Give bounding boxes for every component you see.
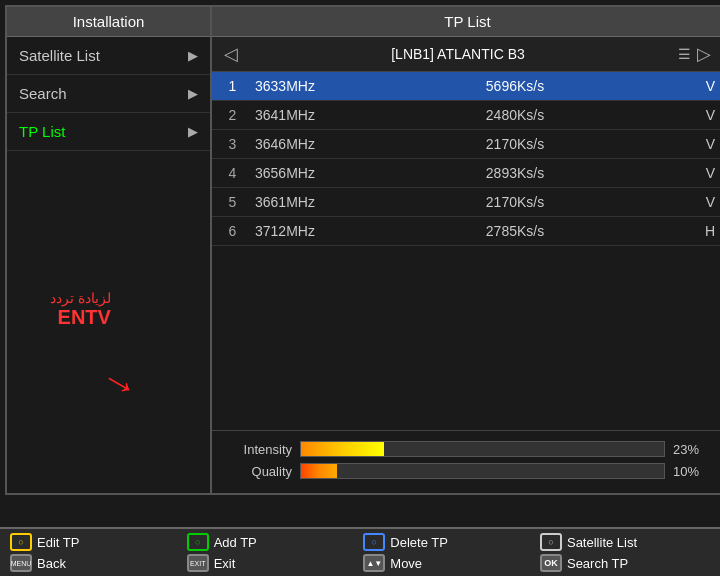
sidebar-header: Installation xyxy=(7,7,210,37)
row-sym: 5696Ks/s xyxy=(345,78,685,94)
tp-list-title: TP List xyxy=(212,7,720,37)
sidebar-item-label: Search xyxy=(19,85,67,102)
row-num: 3 xyxy=(220,136,245,152)
exit-icon: EXIT xyxy=(187,554,209,572)
list-icon: ☰ xyxy=(678,46,691,62)
brand-text: ENTV xyxy=(50,306,111,329)
row-sym: 2893Ks/s xyxy=(345,165,685,181)
bottom-row-2: MENU Back EXIT Exit ▲▼ Move OK Search TP xyxy=(10,554,710,572)
menu-icon: MENU xyxy=(10,554,32,572)
signal-section: Intensity 23% Quality 10% xyxy=(212,430,720,493)
add-tp-label: Add TP xyxy=(214,535,257,550)
quality-row: Quality 10% xyxy=(227,463,708,479)
green-circle-icon: ○ xyxy=(187,533,209,551)
arabic-text: لزيادة تردد xyxy=(50,290,111,306)
nav-right-arrow[interactable]: ▷ xyxy=(697,43,711,65)
move-label: Move xyxy=(390,556,422,571)
sidebar-item-label: TP List xyxy=(19,123,65,140)
quality-percent: 10% xyxy=(673,464,708,479)
row-sym: 2170Ks/s xyxy=(345,136,685,152)
row-pol: V xyxy=(685,136,715,152)
back-button[interactable]: MENU Back xyxy=(10,554,180,572)
satellite-name: [LNB1] ATLANTIC B3 xyxy=(391,46,525,62)
row-freq: 3646MHz xyxy=(245,136,345,152)
satellite-nav: ◁ [LNB1] ATLANTIC B3 ☰ ▷ xyxy=(212,37,720,72)
move-button[interactable]: ▲▼ Move xyxy=(363,554,533,572)
nav-left-arrow[interactable]: ◁ xyxy=(224,43,238,65)
table-row[interactable]: 6 3712MHz 2785Ks/s H xyxy=(212,217,720,246)
row-num: 1 xyxy=(220,78,245,94)
intensity-percent: 23% xyxy=(673,442,708,457)
arrow-icon: ▶ xyxy=(188,124,198,139)
row-num: 6 xyxy=(220,223,245,239)
exit-button[interactable]: EXIT Exit xyxy=(187,554,357,572)
table-row[interactable]: 3 3646MHz 2170Ks/s V xyxy=(212,130,720,159)
bottom-row-1: ○ Edit TP ○ Add TP ○ Delete TP ○ Satelli… xyxy=(10,533,710,551)
quality-fill xyxy=(301,464,337,478)
row-pol: V xyxy=(685,194,715,210)
arabic-overlay: لزيادة تردد ENTV xyxy=(50,290,111,329)
blue-circle-icon: ○ xyxy=(363,533,385,551)
back-label: Back xyxy=(37,556,66,571)
satellite-list-button[interactable]: ○ Satellite List xyxy=(540,533,710,551)
sidebar-item-label: Satellite List xyxy=(19,47,100,64)
arrow-icon: ▶ xyxy=(188,48,198,63)
search-tp-button[interactable]: OK Search TP xyxy=(540,554,710,572)
exit-label: Exit xyxy=(214,556,236,571)
tp-table: 1 3633MHz 5696Ks/s V 2 3641MHz 2480Ks/s … xyxy=(212,72,720,430)
bottom-bar: ○ Edit TP ○ Add TP ○ Delete TP ○ Satelli… xyxy=(0,527,720,576)
intensity-label: Intensity xyxy=(227,442,292,457)
arrow-icon: ▶ xyxy=(188,86,198,101)
nav-right-group: ☰ ▷ xyxy=(678,43,711,65)
intensity-fill xyxy=(301,442,384,456)
ok-icon: OK xyxy=(540,554,562,572)
row-pol: V xyxy=(685,78,715,94)
row-freq: 3633MHz xyxy=(245,78,345,94)
edit-tp-label: Edit TP xyxy=(37,535,79,550)
row-sym: 2785Ks/s xyxy=(345,223,685,239)
quality-label: Quality xyxy=(227,464,292,479)
row-freq: 3641MHz xyxy=(245,107,345,123)
yellow-circle-icon: ○ xyxy=(10,533,32,551)
intensity-bar xyxy=(300,441,665,457)
white-circle-icon: ○ xyxy=(540,533,562,551)
av-icon: ▲▼ xyxy=(363,554,385,572)
row-freq: 3661MHz xyxy=(245,194,345,210)
row-pol: V xyxy=(685,165,715,181)
row-freq: 3712MHz xyxy=(245,223,345,239)
table-row[interactable]: 5 3661MHz 2170Ks/s V xyxy=(212,188,720,217)
delete-tp-button[interactable]: ○ Delete TP xyxy=(363,533,533,551)
sidebar: Installation Satellite List ▶ Search ▶ T… xyxy=(7,7,212,493)
satellite-list-label: Satellite List xyxy=(567,535,637,550)
sidebar-item-tp-list[interactable]: TP List ▶ xyxy=(7,113,210,151)
row-num: 5 xyxy=(220,194,245,210)
row-sym: 2480Ks/s xyxy=(345,107,685,123)
main-container: Installation Satellite List ▶ Search ▶ T… xyxy=(5,5,720,495)
table-row[interactable]: 4 3656MHz 2893Ks/s V xyxy=(212,159,720,188)
edit-tp-button[interactable]: ○ Edit TP xyxy=(10,533,180,551)
table-row[interactable]: 2 3641MHz 2480Ks/s V xyxy=(212,101,720,130)
row-pol: H xyxy=(685,223,715,239)
row-sym: 2170Ks/s xyxy=(345,194,685,210)
row-pol: V xyxy=(685,107,715,123)
sidebar-item-search[interactable]: Search ▶ xyxy=(7,75,210,113)
quality-bar xyxy=(300,463,665,479)
sidebar-item-satellite-list[interactable]: Satellite List ▶ xyxy=(7,37,210,75)
row-num: 4 xyxy=(220,165,245,181)
add-tp-button[interactable]: ○ Add TP xyxy=(187,533,357,551)
right-panel: TP List ◁ [LNB1] ATLANTIC B3 ☰ ▷ 1 3633M… xyxy=(212,7,720,493)
table-row[interactable]: 1 3633MHz 5696Ks/s V xyxy=(212,72,720,101)
delete-tp-label: Delete TP xyxy=(390,535,448,550)
intensity-row: Intensity 23% xyxy=(227,441,708,457)
row-num: 2 xyxy=(220,107,245,123)
search-tp-label: Search TP xyxy=(567,556,628,571)
row-freq: 3656MHz xyxy=(245,165,345,181)
